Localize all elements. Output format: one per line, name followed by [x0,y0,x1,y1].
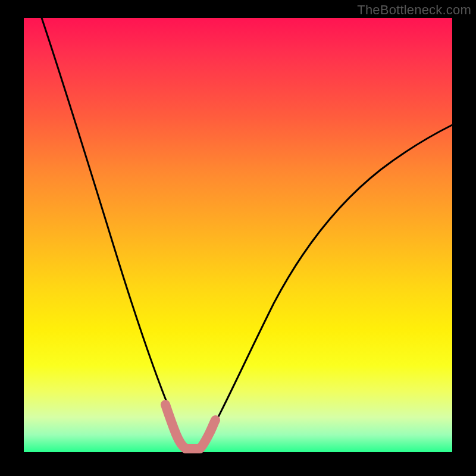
plot-area [24,18,452,452]
bump-overlay [165,405,215,449]
left-curve [42,18,183,444]
curves-svg [24,18,452,452]
right-curve [202,125,452,446]
chart-frame: TheBottleneck.com [0,0,476,476]
watermark-text: TheBottleneck.com [357,2,471,18]
